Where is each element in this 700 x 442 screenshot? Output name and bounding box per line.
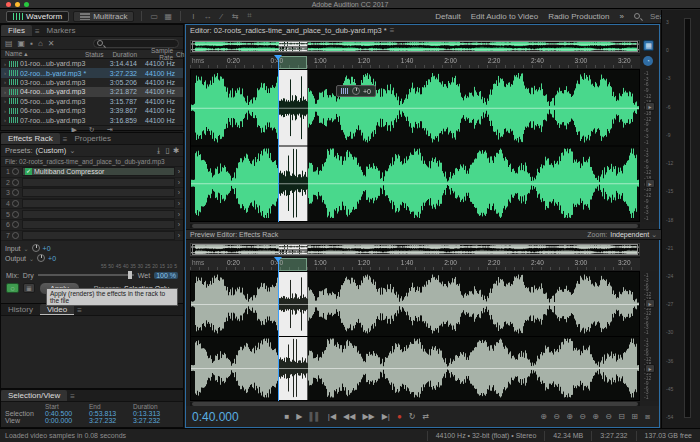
zoom-mode-dropdown-icon[interactable]: ⌄ [651,231,657,239]
sv-duration-value[interactable]: 3:27.232 [133,417,177,424]
skip-selection-button[interactable]: ⇄ [419,412,433,421]
favorite-preset-icon[interactable]: ✱ [173,146,179,155]
effect-slot[interactable]: 3› [1,188,183,199]
file-row[interactable]: ›06-roo...ub-yard.mp33:39.86744100 Hz [1,106,183,115]
selection-hud[interactable]: +0 [336,85,376,97]
delete-preset-icon[interactable]: ▯ [166,146,170,155]
range-settings-button[interactable]: ▦ [643,40,654,51]
preview-divider[interactable]: Preview Editor: Effects Rack Zoom: Indep… [186,229,661,240]
sv-end-value[interactable]: 3:27.232 [89,417,133,424]
expand-chevron-icon[interactable]: › [1,79,9,85]
main-timeline-ruler[interactable]: hms 0:200:401:001:201:402:002:202:403:00… [190,55,640,68]
slot-power-icon[interactable] [12,232,19,239]
file-row[interactable]: ›07-roo...ub-yard.mp33:16.85944100 Hz [1,115,183,124]
channel-button[interactable]: ▸ [645,364,655,373]
save-preset-icon[interactable]: ⭳ [155,146,163,155]
effect-slot[interactable]: 5› [1,209,183,220]
slot-power-icon[interactable] [12,200,19,207]
output-dropdown-icon[interactable]: ⌄ [29,255,34,262]
panel-menu-icon[interactable]: ≡ [70,392,75,401]
slot-power-icon[interactable] [12,189,19,196]
file-row[interactable]: ›02-roo...b-yard.mp3 *3:27.23244100 Hz [1,68,183,77]
column-sample-rate[interactable]: Sample Rate [137,47,173,61]
main-h-scrollbar[interactable] [190,224,640,228]
file-row[interactable]: ›05-roo...ub-yard.mp33:15.78744100 Hz [1,97,183,106]
file-row[interactable]: ›03-roo...ub-yard.mp33:05.20644100 Hz [1,78,183,87]
slot-body[interactable] [22,188,175,197]
rewind-button[interactable]: ◀◀ [340,412,359,421]
skip-forward-button[interactable]: ▶| [378,412,393,421]
new-file-icon[interactable]: ▪ [30,39,33,48]
pause-button[interactable]: ▌▌ [306,412,324,421]
slot-arrow-icon[interactable]: › [175,232,183,239]
sv-duration-value[interactable]: 0:13.313 [133,410,177,417]
multitrack-view-button[interactable]: Multitrack [73,11,134,22]
open-file-icon[interactable]: ▣ [18,39,26,48]
effects-power-toggle[interactable]: ◌ [6,283,19,293]
sv-end-value[interactable]: 0:53.813 [89,410,133,417]
workspace-default[interactable]: Default [435,12,460,21]
razor-tool[interactable]: ⁄ [216,12,226,21]
mix-value[interactable]: 100 % [154,272,178,279]
loop-region-icon[interactable]: ◔ [643,56,653,66]
column-channels[interactable]: Ch [173,51,183,58]
show-waveform-display-button[interactable]: ▭ [149,12,159,21]
main-waveform-area[interactable] [190,69,640,222]
insert-multitrack-icon[interactable]: ⌂ [38,39,43,48]
tab-selection-view[interactable]: Selection/View [1,390,67,401]
slot-body[interactable] [22,178,175,187]
slot-arrow-icon[interactable]: › [175,179,183,186]
workspace-edit-audio-to-video[interactable]: Edit Audio to Video [471,12,538,21]
slip-tool[interactable]: ⇆ [230,12,240,21]
zoom-selection-in-button[interactable]: ⊟ [616,412,627,422]
marquee-tool[interactable]: ⌗ [244,11,254,21]
effect-slot[interactable]: 4› [1,199,183,210]
expand-chevron-icon[interactable]: › [1,117,9,123]
zoom-in-amplitude-button[interactable]: ⊕ [590,412,601,422]
column-duration[interactable]: Duration [105,51,137,58]
zoom-selection-out-button[interactable]: ⊞ [629,412,640,422]
move-tool[interactable]: ↔ [202,12,212,21]
preview-overview-view-bracket[interactable] [192,244,638,255]
slot-arrow-icon[interactable]: › [175,211,183,218]
slot-body[interactable] [22,220,175,229]
tab-effects-rack[interactable]: Effects Rack [1,133,60,144]
preset-dropdown-icon[interactable]: ⌄ [69,146,75,155]
channel-button[interactable]: ▸ [645,102,655,111]
effect-slot[interactable]: 7› [1,231,183,242]
file-row[interactable]: ›01-roo...ub-yard.mp33:14.41444100 Hz [1,59,183,68]
channel-map-button[interactable]: ≣ [23,283,35,293]
fast-forward-button[interactable]: ▶▶ [359,412,378,421]
expand-chevron-icon[interactable]: › [1,89,9,95]
preset-select[interactable]: (Custom) [36,146,67,155]
slot-body[interactable] [22,231,175,240]
effect-slot[interactable]: 1✓Multiband Compressor› [1,167,183,178]
preview-overview-strip[interactable] [190,243,640,256]
preview-timeline-ruler[interactable]: hms 0:200:401:001:201:402:002:202:403:00… [190,257,640,270]
main-overview-view-bracket[interactable] [192,41,638,52]
slot-power-icon[interactable] [12,221,19,228]
record-button[interactable]: ● [393,412,405,421]
slot-body[interactable] [22,210,175,219]
expand-chevron-icon[interactable]: › [1,70,9,76]
slot-arrow-icon[interactable]: › [175,168,183,175]
channel-button[interactable]: ▸ [645,179,655,188]
mix-slider[interactable] [38,274,134,276]
slot-body[interactable]: ✓Multiband Compressor [22,167,175,176]
expand-chevron-icon[interactable]: › [1,61,9,67]
input-gain-knob[interactable] [32,244,40,252]
effect-enabled-checkbox[interactable]: ✓ [25,168,32,175]
show-spectral-display-button[interactable]: ▦ [163,12,173,21]
column-status[interactable]: Status [85,51,105,58]
playhead-marker[interactable] [274,55,282,60]
mix-slider-handle[interactable] [128,271,132,279]
preview-waveform-area[interactable] [190,271,640,401]
sv-start-value[interactable]: 0:00.000 [45,417,89,424]
slot-arrow-icon[interactable]: › [175,200,183,207]
zoom-full-button[interactable]: ⧈ [642,412,653,422]
preview-playhead-line[interactable] [278,257,279,401]
import-file-icon[interactable]: ▤ [5,39,13,48]
tab-markers[interactable]: Markers [40,25,83,36]
panel-menu-icon[interactable]: ≡ [77,306,82,315]
effect-slot[interactable]: 2› [1,178,183,189]
